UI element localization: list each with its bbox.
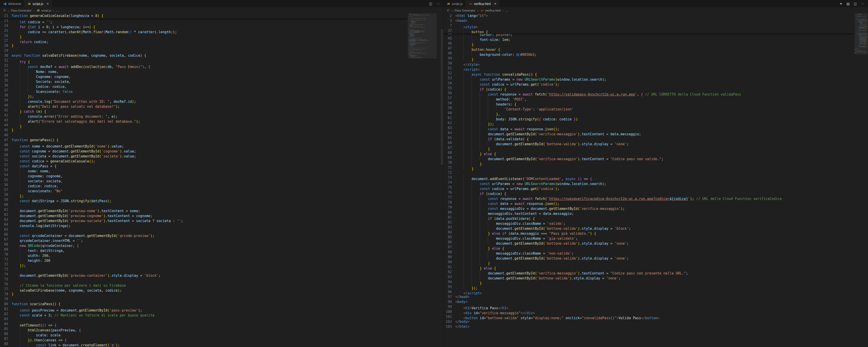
code-line[interactable]: 59'Content-Type': 'application/json' bbox=[444, 105, 854, 111]
code-line[interactable]: 31try { bbox=[0, 58, 407, 63]
code-line[interactable]: 59const datiStringa = JSON.stringify(dat… bbox=[0, 197, 407, 202]
code-area[interactable]: 44cursor: pointer;45font-size: 1em;46}47… bbox=[444, 33, 854, 329]
code-line[interactable]: 69document.getElementById('verifica-mess… bbox=[444, 155, 854, 160]
code-line[interactable]: 28} bbox=[0, 43, 407, 48]
code-line[interactable]: 88messaggioDiv.className = 'non-valido'; bbox=[444, 250, 854, 255]
code-line[interactable]: 23let codice = ''; bbox=[0, 18, 407, 23]
tab-verifica-html[interactable]: <>verifica.html× bbox=[466, 0, 499, 8]
split-editor-icon[interactable]: ◫ bbox=[429, 2, 432, 6]
code-line[interactable]: 92document.getElementById('verifica-mess… bbox=[444, 270, 854, 275]
code-line[interactable]: 55societa: societa, bbox=[0, 177, 407, 182]
code-line[interactable]: 25codice += caratteri.charAt(Math.floor(… bbox=[0, 28, 407, 33]
code-line[interactable]: 65if (data.validato) { bbox=[444, 135, 854, 140]
code-line[interactable]: 80function scaricaPass() { bbox=[0, 302, 407, 307]
code-line[interactable]: 96</script> bbox=[444, 289, 854, 294]
code-line[interactable]: 56const response = await fetch('https://… bbox=[444, 91, 854, 96]
code-line[interactable]: 73document.addEventListener('DOMContentL… bbox=[444, 175, 854, 180]
code-line[interactable]: 81const passPreview = document.getElemen… bbox=[0, 307, 407, 312]
tab-script-js[interactable]: JSscript.js bbox=[444, 0, 466, 8]
code-line[interactable]: 66const qrcodeContainer = document.getEl… bbox=[0, 232, 407, 237]
code-line[interactable]: 42console.error("Error adding document: … bbox=[0, 113, 407, 118]
code-line[interactable]: 68new QRCode(qrcodeContainer, { bbox=[0, 242, 407, 247]
code-line[interactable]: 98<body> bbox=[444, 299, 854, 304]
code-line[interactable]: 84} else if (data.messaggio === "Pass gi… bbox=[444, 230, 854, 235]
code-line[interactable]: 40alert("Dati del pass salvati nel datab… bbox=[0, 103, 407, 108]
code-line[interactable]: 50const societa = document.getElementByI… bbox=[0, 153, 407, 157]
code-line[interactable]: 81if (data.puoValidare) { bbox=[444, 215, 854, 220]
code-line[interactable]: 79const messaggioDiv = document.getEleme… bbox=[444, 205, 854, 210]
code-line[interactable]: 64console.log(datiStringa); bbox=[0, 222, 407, 227]
code-line[interactable]: 44cursor: pointer; bbox=[444, 33, 854, 36]
sticky-scroll[interactable]: 21function generaCodiceCasuale(lunghezza… bbox=[0, 13, 407, 18]
code-line[interactable]: 61body: JSON.stringify({ codice: codice … bbox=[444, 116, 854, 120]
code-line[interactable]: 82const scale = 3; // Mantieni un fattor… bbox=[0, 312, 407, 316]
tab-script-js[interactable]: JSscript.js× bbox=[24, 0, 52, 8]
code-line[interactable]: 34Cognome: cognome, bbox=[0, 73, 407, 78]
code-line[interactable]: 86document.getElementById('bottone-valid… bbox=[444, 240, 854, 245]
code-line[interactable]: 91} else { bbox=[444, 264, 854, 270]
code-line[interactable]: 69text: datiStringa, bbox=[0, 247, 407, 252]
code-line[interactable]: 57scansionato: "No" bbox=[0, 187, 407, 192]
code-area[interactable]: 23let codice = '';24for (let i = 0; i < … bbox=[0, 18, 407, 346]
code-line[interactable]: 2<html lang="it"> bbox=[444, 13, 854, 18]
breadcrumb-item[interactable]: verifica.html bbox=[485, 9, 501, 12]
vertical-scrollbar[interactable] bbox=[437, 13, 443, 347]
code-line[interactable]: 58headers: { bbox=[444, 100, 854, 105]
code-line[interactable]: 21function generaCodiceCasuale(lunghezza… bbox=[0, 13, 407, 18]
code-line[interactable]: 80messaggioDiv.textContent = data.messag… bbox=[444, 210, 854, 215]
code-line[interactable]: 74document.getElementById('preview-conta… bbox=[0, 272, 407, 277]
code-line[interactable]: 47button:hover { bbox=[444, 46, 854, 51]
breadcrumb-item[interactable]: F: bbox=[447, 9, 450, 12]
code-line[interactable]: 97</head> bbox=[444, 294, 854, 299]
more-actions-icon[interactable]: ⋯ bbox=[436, 2, 440, 6]
code-line[interactable]: 55if (codice) { bbox=[444, 86, 854, 91]
code-line[interactable]: 77salvaDatiFirebase(nome, cognome, socie… bbox=[0, 287, 407, 292]
tab-welcome[interactable]: Welcome bbox=[0, 0, 24, 8]
breadcrumb-item[interactable]: … bbox=[505, 9, 508, 12]
code-line[interactable]: 67qrcodeContainer.innerHTML = ''; bbox=[0, 237, 407, 242]
minimap[interactable]: 44cursor: pointer;45font-size: 1em;46}47… bbox=[855, 13, 868, 347]
code-line[interactable]: 76if (codice) { bbox=[444, 190, 854, 195]
breadcrumb-item[interactable]: Pass Generator bbox=[455, 9, 475, 12]
code-line[interactable]: 54cognome: cognome, bbox=[0, 172, 407, 177]
code-line[interactable]: 82messaggioDiv.className = 'valido'; bbox=[444, 220, 854, 225]
code-line[interactable]: 47function generaPass() { bbox=[0, 137, 407, 143]
scrollbar-thumb[interactable] bbox=[441, 29, 443, 165]
minimap-viewport[interactable] bbox=[408, 13, 437, 59]
code-line[interactable]: 50</style> bbox=[444, 61, 854, 66]
close-tab-icon[interactable]: × bbox=[47, 2, 49, 6]
code-line[interactable]: 39console.log("Document written with ID:… bbox=[0, 98, 407, 103]
code-line[interactable]: 72}); bbox=[0, 262, 407, 267]
code-line[interactable]: 29 bbox=[0, 48, 407, 53]
code-line[interactable]: 48background-color: #0056b3; bbox=[444, 51, 854, 56]
breadcrumb-item[interactable]: Pass Generator bbox=[11, 9, 32, 12]
code-line[interactable]: 53nome: nome, bbox=[0, 167, 407, 172]
code-line[interactable]: 36Codice: codice, bbox=[0, 83, 407, 88]
code-line[interactable]: 43alert("Errore nel salvataggio dei dati… bbox=[0, 118, 407, 123]
code-line[interactable]: 30async function salvaDatiFirebase(nome,… bbox=[0, 53, 407, 58]
code-line[interactable]: 88const link = document.createElement('a… bbox=[0, 341, 407, 346]
code-line[interactable]: 74const urlParams = new URLSearchParams(… bbox=[444, 180, 854, 185]
code-line[interactable]: 68} else { bbox=[444, 150, 854, 155]
layout-icon[interactable]: ▤ bbox=[846, 2, 850, 6]
code-line[interactable]: 85messaggioDiv.className = 'gia-validato… bbox=[444, 235, 854, 240]
code-line[interactable]: 87}).then(canvas => { bbox=[0, 336, 407, 341]
minimap-viewport[interactable] bbox=[855, 13, 868, 55]
code-line[interactable]: 64document.getElementById('verifica-mess… bbox=[444, 130, 854, 135]
code-line[interactable]: 100<div id="verifica-messaggio"></div> bbox=[444, 309, 854, 314]
code-line[interactable]: 71height: 200 bbox=[0, 257, 407, 262]
minimap[interactable]: 23let codice = '';24for (let i = 0; i < … bbox=[408, 13, 437, 347]
breadcrumb-item[interactable]: script.js bbox=[41, 9, 51, 12]
code-line[interactable]: 46 bbox=[0, 133, 407, 137]
code-line[interactable]: 72 bbox=[444, 170, 854, 175]
code-line[interactable]: 63document.getElementById('preview-socie… bbox=[0, 217, 407, 222]
code-line[interactable]: 66document.getElementById('bottone-valid… bbox=[444, 140, 854, 145]
code-line[interactable]: 51<script> bbox=[444, 66, 854, 71]
more-actions-icon[interactable]: ⋯ bbox=[861, 2, 864, 6]
sticky-scroll[interactable]: 2<html lang="it">3<head>7<style>37button… bbox=[444, 13, 854, 33]
code-line[interactable]: 48const nome = document.getElementById('… bbox=[0, 143, 407, 148]
code-line[interactable]: 95}); bbox=[444, 284, 854, 289]
code-line[interactable]: 37button { bbox=[444, 28, 854, 33]
code-line[interactable]: 77const response = await fetch(`https://… bbox=[444, 195, 854, 200]
code-line[interactable]: 73 bbox=[0, 267, 407, 272]
